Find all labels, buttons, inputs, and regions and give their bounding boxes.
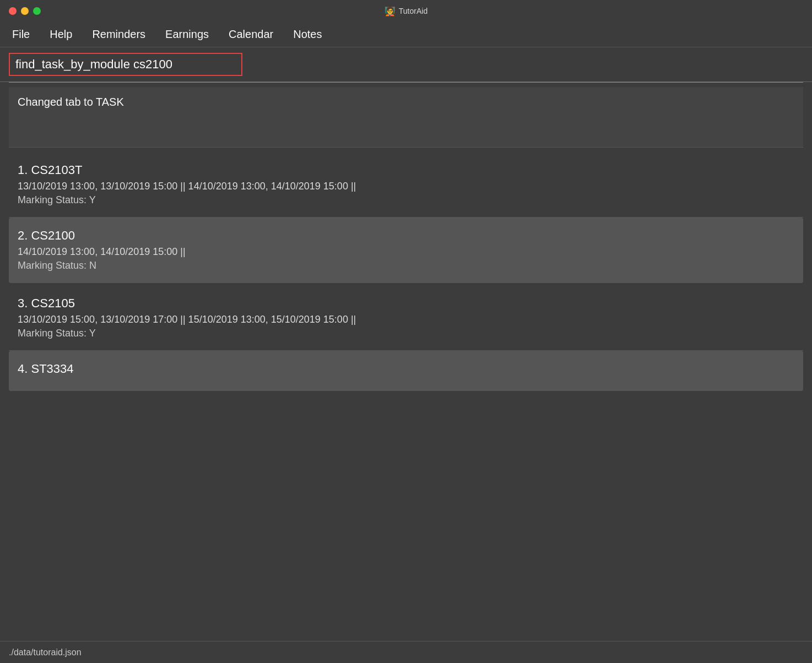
command-area: [0, 47, 812, 82]
result-dates: 13/10/2019 13:00, 13/10/2019 15:00 || 14…: [18, 181, 794, 192]
results-container[interactable]: 1. CS2103T13/10/2019 13:00, 13/10/2019 1…: [0, 152, 812, 565]
menu-reminders[interactable]: Reminders: [91, 26, 147, 43]
list-item[interactable]: 2. CS210014/10/2019 13:00, 14/10/2019 15…: [9, 218, 803, 283]
menu-earnings[interactable]: Earnings: [164, 26, 210, 43]
result-title: 1. CS2103T: [18, 163, 794, 177]
result-title: 3. CS2105: [18, 296, 794, 311]
output-text: Changed tab to TASK: [18, 96, 124, 108]
result-dates: 13/10/2019 15:00, 13/10/2019 17:00 || 15…: [18, 314, 794, 325]
result-status: Marking Status: N: [18, 260, 794, 271]
maximize-button[interactable]: [33, 7, 41, 15]
app-icon: 🧑‍🏫: [385, 6, 396, 17]
status-bar: ./data/tutoraid.json: [0, 641, 812, 663]
app-title-text: TutorAid: [399, 7, 427, 15]
app-title: 🧑‍🏫 TutorAid: [385, 6, 427, 17]
menu-help[interactable]: Help: [48, 26, 73, 43]
command-input-wrapper[interactable]: [9, 53, 242, 76]
minimize-button[interactable]: [21, 7, 29, 15]
list-item[interactable]: 4. ST3334: [9, 351, 803, 391]
result-dates: 14/10/2019 13:00, 14/10/2019 15:00 ||: [18, 246, 794, 258]
menu-notes[interactable]: Notes: [292, 26, 323, 43]
command-input[interactable]: [15, 57, 236, 72]
list-item[interactable]: 1. CS2103T13/10/2019 13:00, 13/10/2019 1…: [9, 152, 803, 218]
result-title: 2. CS2100: [18, 229, 794, 243]
result-title: 4. ST3334: [18, 362, 794, 376]
window-controls: [9, 7, 41, 15]
output-area: Changed tab to TASK: [9, 87, 803, 148]
title-bar: 🧑‍🏫 TutorAid: [0, 0, 812, 22]
separator: [9, 82, 803, 83]
menu-calendar[interactable]: Calendar: [228, 26, 274, 43]
menu-bar: File Help Reminders Earnings Calendar No…: [0, 22, 812, 47]
result-status: Marking Status: Y: [18, 328, 794, 339]
status-text: ./data/tutoraid.json: [9, 648, 82, 657]
close-button[interactable]: [9, 7, 17, 15]
result-status: Marking Status: Y: [18, 194, 794, 206]
list-item[interactable]: 3. CS210513/10/2019 15:00, 13/10/2019 17…: [9, 285, 803, 351]
menu-file[interactable]: File: [11, 26, 31, 43]
